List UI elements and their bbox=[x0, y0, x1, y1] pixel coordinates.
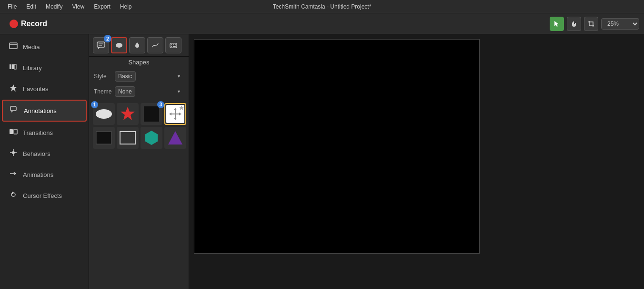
tab-shapes[interactable] bbox=[111, 37, 127, 53]
svg-marker-34 bbox=[169, 113, 171, 115]
theme-row: Theme None bbox=[89, 84, 189, 99]
shape-rect-outline[interactable] bbox=[117, 127, 139, 149]
menu-help[interactable]: Help bbox=[116, 2, 136, 11]
menu-modify[interactable]: Modify bbox=[42, 2, 66, 11]
theme-select-wrapper: None bbox=[115, 86, 184, 97]
sidebar-item-cursor-effects[interactable]: Cursor Effects bbox=[2, 186, 87, 206]
shape-black-square-badge: 3 bbox=[157, 101, 164, 108]
toolbar-right: 25% 10% 50% 75% 100% bbox=[550, 17, 639, 31]
shape-callout-move[interactable] bbox=[164, 103, 186, 125]
svg-marker-40 bbox=[168, 131, 182, 144]
svg-marker-33 bbox=[174, 118, 177, 120]
tab-path[interactable] bbox=[147, 37, 163, 53]
tab-fill[interactable] bbox=[129, 37, 145, 53]
tab-bar: 2 bbox=[89, 34, 189, 57]
svg-marker-35 bbox=[179, 113, 181, 115]
toolbar: Record 25% 10% 50% 75% 100% bbox=[0, 13, 644, 34]
record-label: Record bbox=[21, 20, 47, 28]
zoom-select[interactable]: 25% 10% 50% 75% 100% bbox=[601, 18, 639, 30]
svg-rect-29 bbox=[144, 106, 159, 122]
canvas-area bbox=[189, 34, 644, 289]
sidebar-label-cursor-effects: Cursor Effects bbox=[23, 192, 62, 199]
sidebar-label-annotations: Annotations bbox=[24, 107, 57, 114]
tab-callout-badge: 2 bbox=[104, 35, 111, 42]
sidebar-item-animations[interactable]: Animations bbox=[2, 165, 87, 185]
crop-tool-button[interactable] bbox=[584, 17, 598, 31]
tab-callout[interactable]: 2 bbox=[93, 37, 109, 53]
shape-black-square[interactable]: 3 bbox=[141, 103, 162, 125]
star-icon bbox=[9, 83, 18, 94]
theme-select[interactable]: None bbox=[115, 86, 135, 97]
svg-rect-7 bbox=[10, 106, 16, 111]
svg-rect-3 bbox=[10, 64, 11, 69]
svg-marker-36 bbox=[179, 105, 184, 110]
menu-file[interactable]: File bbox=[4, 2, 20, 11]
annotations-panel: 2 bbox=[89, 34, 189, 289]
sidebar-item-library[interactable]: Library bbox=[2, 58, 87, 78]
svg-marker-32 bbox=[174, 108, 177, 110]
shape-ellipse-badge: 1 bbox=[91, 101, 98, 108]
select-tool-button[interactable] bbox=[550, 17, 564, 31]
animations-icon bbox=[9, 169, 18, 180]
shape-ellipse[interactable]: 1 bbox=[93, 103, 115, 125]
svg-rect-9 bbox=[10, 129, 13, 134]
menu-edit[interactable]: Edit bbox=[22, 2, 40, 11]
media-icon bbox=[9, 41, 18, 52]
record-button[interactable]: Record bbox=[5, 18, 52, 30]
transitions-icon bbox=[9, 127, 18, 138]
svg-marker-17 bbox=[98, 47, 100, 49]
sidebar-item-transitions[interactable]: Transitions bbox=[2, 123, 87, 143]
sidebar-label-library: Library bbox=[23, 64, 42, 72]
library-icon bbox=[9, 62, 18, 73]
svg-marker-6 bbox=[10, 84, 17, 92]
svg-rect-4 bbox=[12, 64, 14, 69]
sidebar-label-behaviors: Behaviors bbox=[23, 150, 50, 157]
sidebar-label-favorites: Favorites bbox=[23, 85, 48, 93]
menu-export[interactable]: Export bbox=[90, 2, 114, 11]
sidebar-label-animations: Animations bbox=[23, 171, 53, 178]
svg-rect-1 bbox=[10, 43, 17, 49]
svg-rect-10 bbox=[14, 129, 17, 134]
shape-hexagon[interactable] bbox=[141, 127, 162, 149]
tab-keyboard[interactable] bbox=[165, 37, 181, 53]
style-label: Style bbox=[94, 73, 112, 80]
style-row: Style Basic bbox=[89, 69, 189, 84]
style-select[interactable]: Basic bbox=[115, 71, 136, 82]
svg-point-27 bbox=[96, 109, 112, 119]
svg-marker-28 bbox=[121, 107, 135, 120]
svg-point-13 bbox=[12, 151, 15, 154]
main-layout: Media Library Favorites bbox=[0, 34, 644, 289]
shape-star[interactable] bbox=[117, 103, 139, 125]
theme-label: Theme bbox=[94, 88, 112, 95]
annotations-icon bbox=[10, 105, 19, 116]
menubar: File Edit Modify View Export Help TechSm… bbox=[0, 0, 644, 13]
svg-marker-39 bbox=[145, 131, 158, 145]
menu-view[interactable]: View bbox=[68, 2, 88, 11]
shape-rect-black[interactable] bbox=[93, 127, 115, 149]
sidebar-label-transitions: Transitions bbox=[23, 129, 53, 136]
svg-rect-5 bbox=[14, 64, 16, 69]
sidebar-item-favorites[interactable]: Favorites bbox=[2, 79, 87, 99]
shapes-grid: 1 3 bbox=[89, 99, 189, 153]
style-select-wrapper: Basic bbox=[115, 71, 184, 82]
behaviors-icon bbox=[9, 148, 18, 159]
svg-marker-0 bbox=[554, 21, 559, 27]
sidebar-item-media[interactable]: Media bbox=[2, 37, 87, 57]
canvas-preview[interactable] bbox=[194, 39, 480, 254]
svg-rect-37 bbox=[96, 132, 111, 144]
cursor-effects-icon bbox=[9, 190, 18, 201]
svg-point-20 bbox=[116, 43, 122, 48]
left-sidebar: Media Library Favorites bbox=[0, 34, 89, 289]
shape-triangle[interactable] bbox=[164, 127, 186, 149]
svg-rect-16 bbox=[97, 42, 105, 47]
sidebar-item-behaviors[interactable]: Behaviors bbox=[2, 144, 87, 164]
app-title: TechSmith Camtasia - Untitled Project* bbox=[273, 3, 372, 10]
panel-title: Shapes bbox=[89, 57, 189, 69]
svg-rect-38 bbox=[120, 132, 135, 144]
svg-rect-21 bbox=[170, 43, 177, 48]
pan-tool-button[interactable] bbox=[567, 17, 581, 31]
sidebar-label-media: Media bbox=[23, 43, 40, 51]
record-dot-icon bbox=[10, 20, 18, 28]
sidebar-item-annotations[interactable]: Annotations bbox=[2, 100, 87, 122]
